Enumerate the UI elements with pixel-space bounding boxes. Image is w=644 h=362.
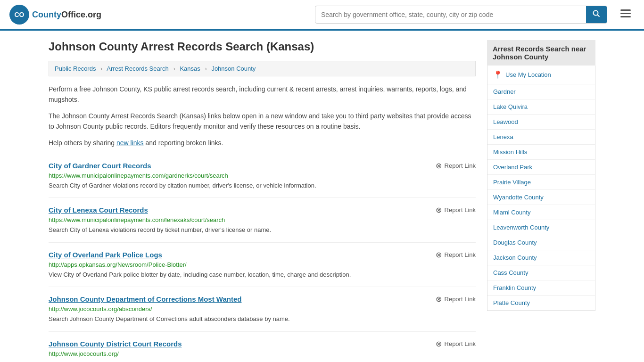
breadcrumb: Public Records › Arrest Records Search ›…	[49, 61, 476, 76]
logo[interactable]: CO CountyOffice.org	[9, 5, 101, 25]
sidebar-link-douglas-county[interactable]: Douglas County	[487, 235, 595, 250]
report-link-label-4: Report Link	[445, 340, 476, 347]
report-link-button-2[interactable]: ⊗ Report Link	[436, 250, 476, 259]
description-3: Help others by sharing new links and rep…	[49, 138, 476, 148]
record-title-4[interactable]: Johnson County District Court Records	[49, 340, 182, 348]
record-title-2[interactable]: City of Overland Park Police Logs	[49, 251, 162, 259]
report-link-label-2: Report Link	[445, 251, 476, 258]
sidebar-link-franklin-county[interactable]: Franklin County	[487, 280, 595, 296]
report-link-label-1: Report Link	[445, 206, 476, 214]
svg-line-3	[598, 15, 600, 17]
sidebar-link-miami-county[interactable]: Miami County	[487, 205, 595, 220]
content-area: Johnson County Arrest Records Search (Ka…	[49, 40, 476, 362]
breadcrumb-arrest-records-search[interactable]: Arrest Records Search	[107, 65, 169, 72]
sidebar-link-cass-county[interactable]: Cass County	[487, 265, 595, 280]
record-desc-1: Search City of Lenexa violations record …	[49, 225, 476, 235]
record-item: City of Lenexa Court Records ⊗ Report Li…	[49, 198, 476, 243]
search-bar	[315, 6, 607, 24]
breadcrumb-johnson-county[interactable]: Johnson County	[211, 65, 256, 72]
report-icon-4: ⊗	[436, 339, 442, 348]
svg-rect-5	[620, 13, 631, 14]
sidebar-title: Arrest Records Search near Johnson Count…	[487, 40, 595, 66]
search-button[interactable]	[586, 6, 607, 23]
report-link-label-3: Report Link	[445, 296, 476, 303]
sidebar-link-platte-county[interactable]: Platte County	[487, 296, 595, 311]
svg-text:CO: CO	[15, 11, 25, 18]
report-link-button-0[interactable]: ⊗ Report Link	[436, 161, 476, 170]
report-icon-3: ⊗	[436, 295, 442, 304]
sidebar-link-mission-hills[interactable]: Mission Hills	[487, 145, 595, 160]
record-title-0[interactable]: City of Gardner Court Records	[49, 162, 151, 170]
sidebar-section: 📍 Use My Location GardnerLake QuiviraLea…	[487, 66, 595, 311]
sidebar-link-lake-quivira[interactable]: Lake Quivira	[487, 99, 595, 115]
description-2: The Johnson County Arrest Records Search…	[49, 111, 476, 132]
sidebar-link-overland-park[interactable]: Overland Park	[487, 160, 595, 175]
sidebar-link-lenexa[interactable]: Lenexa	[487, 130, 595, 145]
record-url-2: http://apps.opkansas.org/Newsroom/Police…	[49, 261, 476, 268]
record-url-0: https://www.municipalonlinepayments.com/…	[49, 172, 476, 179]
record-desc-2: View City of Overland Park police blotte…	[49, 270, 476, 280]
svg-rect-6	[620, 16, 631, 17]
record-url-3: http://www.jococourts.org/absconders/	[49, 305, 476, 313]
use-my-location-link[interactable]: 📍 Use My Location	[487, 66, 595, 84]
sidebar-link-gardner[interactable]: Gardner	[487, 84, 595, 99]
report-icon-2: ⊗	[436, 250, 442, 259]
report-icon-0: ⊗	[436, 161, 442, 170]
record-title-1[interactable]: City of Lenexa Court Records	[49, 206, 148, 214]
sidebar-links: GardnerLake QuiviraLeawoodLenexaMission …	[487, 84, 595, 311]
svg-rect-4	[620, 9, 631, 11]
sidebar-link-leavenworth-county[interactable]: Leavenworth County	[487, 220, 595, 235]
report-link-label-0: Report Link	[445, 162, 476, 169]
use-my-location-text: Use My Location	[505, 71, 551, 78]
record-item: City of Overland Park Police Logs ⊗ Repo…	[49, 243, 476, 288]
records-list: City of Gardner Court Records ⊗ Report L…	[49, 154, 476, 362]
record-item: Johnson County District Court Records ⊗ …	[49, 332, 476, 362]
report-icon-1: ⊗	[436, 206, 442, 214]
menu-button[interactable]	[617, 7, 635, 23]
svg-point-2	[594, 11, 598, 16]
sidebar-link-wyandotte-county[interactable]: Wyandotte County	[487, 190, 595, 205]
report-link-button-3[interactable]: ⊗ Report Link	[436, 295, 476, 304]
description-1: Perform a free Johnson County, KS public…	[49, 84, 476, 105]
record-desc-0: Search City of Gardner violations record…	[49, 181, 476, 190]
record-item: City of Gardner Court Records ⊗ Report L…	[49, 154, 476, 198]
new-links-link[interactable]: new links	[116, 139, 144, 147]
page-title: Johnson County Arrest Records Search (Ka…	[49, 40, 476, 53]
logo-text: CountyOffice.org	[32, 10, 101, 20]
sidebar-link-jackson-county[interactable]: Jackson County	[487, 250, 595, 265]
sidebar-link-prairie-village[interactable]: Prairie Village	[487, 175, 595, 190]
breadcrumb-kansas[interactable]: Kansas	[180, 65, 200, 72]
report-link-button-4[interactable]: ⊗ Report Link	[436, 339, 476, 348]
breadcrumb-public-records[interactable]: Public Records	[55, 65, 96, 72]
location-icon: 📍	[493, 70, 503, 79]
record-url-4: http://www.jococourts.org/	[49, 350, 476, 357]
sidebar: Arrest Records Search near Johnson Count…	[487, 40, 595, 362]
logo-icon: CO	[9, 5, 29, 25]
record-desc-3: Search Johnson County Department of Corr…	[49, 314, 476, 324]
record-url-1: https://www.municipalonlinepayments.com/…	[49, 216, 476, 223]
sidebar-link-leawood[interactable]: Leawood	[487, 115, 595, 130]
search-input[interactable]	[315, 7, 586, 22]
record-title-3[interactable]: Johnson County Department of Corrections…	[49, 295, 241, 303]
description-block: Perform a free Johnson County, KS public…	[49, 84, 476, 148]
record-item: Johnson County Department of Corrections…	[49, 287, 476, 332]
report-link-button-1[interactable]: ⊗ Report Link	[436, 206, 476, 214]
